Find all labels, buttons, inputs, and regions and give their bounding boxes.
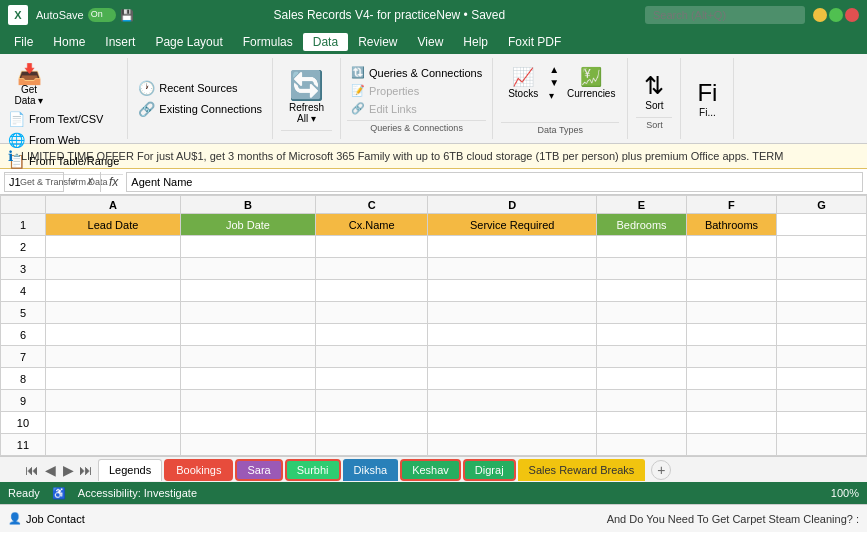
cell-F4[interactable]	[687, 280, 777, 302]
from-web-button[interactable]: 🌐 From Web	[4, 130, 123, 150]
menu-review[interactable]: Review	[348, 33, 407, 51]
cell-B2[interactable]	[180, 236, 315, 258]
cell-A6[interactable]	[45, 324, 180, 346]
col-header-F[interactable]: F	[687, 196, 777, 214]
cell-B10[interactable]	[180, 412, 315, 434]
tab-diksha[interactable]: Diksha	[343, 459, 399, 481]
currencies-button[interactable]: 💹 Currencies	[563, 62, 619, 103]
cell-E2[interactable]	[597, 236, 687, 258]
cell-D6[interactable]	[428, 324, 597, 346]
cell-reference[interactable]: J1	[4, 172, 64, 192]
formula-input[interactable]: Agent Name	[126, 172, 863, 192]
cell-A11[interactable]	[45, 434, 180, 456]
col-header-C[interactable]: C	[315, 196, 427, 214]
col-header-D[interactable]: D	[428, 196, 597, 214]
cell-F6[interactable]	[687, 324, 777, 346]
sort-button[interactable]: ⇅ Sort	[636, 68, 672, 115]
cell-D1[interactable]: Service Required	[428, 214, 597, 236]
cell-D11[interactable]	[428, 434, 597, 456]
cell-D3[interactable]	[428, 258, 597, 280]
cell-D2[interactable]	[428, 236, 597, 258]
cell-G7[interactable]	[776, 346, 866, 368]
cell-E5[interactable]	[597, 302, 687, 324]
tab-nav-prev[interactable]: ◀	[42, 462, 58, 478]
tab-sara[interactable]: Sara	[235, 459, 282, 481]
stocks-button[interactable]: 📈 Stocks	[501, 62, 545, 103]
cell-F7[interactable]	[687, 346, 777, 368]
cell-B7[interactable]	[180, 346, 315, 368]
tab-sales-reward[interactable]: Sales Reward Breaks	[518, 459, 646, 481]
cell-G11[interactable]	[776, 434, 866, 456]
cell-E1[interactable]: Bedrooms	[597, 214, 687, 236]
maximize-button[interactable]	[829, 8, 843, 22]
cell-D10[interactable]	[428, 412, 597, 434]
cell-C1[interactable]: Cx.Name	[315, 214, 427, 236]
menu-foxit-pdf[interactable]: Foxit PDF	[498, 33, 571, 51]
tab-nav-next[interactable]: ▶	[60, 462, 76, 478]
queries-connections-button[interactable]: 🔃 Queries & Connections	[347, 64, 486, 81]
cell-D5[interactable]	[428, 302, 597, 324]
cell-E8[interactable]	[597, 368, 687, 390]
from-text-csv-button[interactable]: 📄 From Text/CSV	[4, 109, 123, 129]
scroll-up-icon[interactable]: ▲	[549, 64, 559, 75]
cell-E3[interactable]	[597, 258, 687, 280]
cell-E11[interactable]	[597, 434, 687, 456]
cell-G5[interactable]	[776, 302, 866, 324]
cell-G10[interactable]	[776, 412, 866, 434]
cross-icon[interactable]: ✗	[84, 176, 96, 187]
cell-G3[interactable]	[776, 258, 866, 280]
cell-G6[interactable]	[776, 324, 866, 346]
cell-A5[interactable]	[45, 302, 180, 324]
accessibility-label[interactable]: Accessibility: Investigate	[78, 487, 197, 499]
tab-bookings[interactable]: Bookings	[164, 459, 233, 481]
tab-digraj[interactable]: Digraj	[463, 459, 516, 481]
cell-A9[interactable]	[45, 390, 180, 412]
search-input[interactable]	[645, 6, 805, 24]
minimize-button[interactable]	[813, 8, 827, 22]
tab-nav-first[interactable]: ⏮	[24, 462, 40, 478]
cell-F10[interactable]	[687, 412, 777, 434]
cell-B8[interactable]	[180, 368, 315, 390]
cell-F3[interactable]	[687, 258, 777, 280]
cell-G9[interactable]	[776, 390, 866, 412]
check-icon[interactable]: ✓	[68, 176, 80, 187]
tab-nav-last[interactable]: ⏭	[78, 462, 94, 478]
cell-F8[interactable]	[687, 368, 777, 390]
cell-F11[interactable]	[687, 434, 777, 456]
cell-C8[interactable]	[315, 368, 427, 390]
col-header-B[interactable]: B	[180, 196, 315, 214]
cell-A2[interactable]	[45, 236, 180, 258]
fx-button[interactable]: fx	[105, 175, 122, 189]
menu-file[interactable]: File	[4, 33, 43, 51]
close-button[interactable]	[845, 8, 859, 22]
cell-F5[interactable]	[687, 302, 777, 324]
cell-C6[interactable]	[315, 324, 427, 346]
cell-G2[interactable]	[776, 236, 866, 258]
col-header-A[interactable]: A	[45, 196, 180, 214]
cell-A3[interactable]	[45, 258, 180, 280]
cell-E9[interactable]	[597, 390, 687, 412]
cell-B3[interactable]	[180, 258, 315, 280]
cell-D9[interactable]	[428, 390, 597, 412]
cell-C5[interactable]	[315, 302, 427, 324]
cell-D4[interactable]	[428, 280, 597, 302]
col-header-E[interactable]: E	[597, 196, 687, 214]
col-header-G[interactable]: G	[776, 196, 866, 214]
cell-A10[interactable]	[45, 412, 180, 434]
cell-C11[interactable]	[315, 434, 427, 456]
cell-A8[interactable]	[45, 368, 180, 390]
cell-B4[interactable]	[180, 280, 315, 302]
autosave-toggle[interactable]	[88, 8, 116, 22]
cell-D7[interactable]	[428, 346, 597, 368]
cell-D8[interactable]	[428, 368, 597, 390]
cell-B11[interactable]	[180, 434, 315, 456]
cell-G4[interactable]	[776, 280, 866, 302]
cell-A4[interactable]	[45, 280, 180, 302]
cell-G8[interactable]	[776, 368, 866, 390]
menu-insert[interactable]: Insert	[95, 33, 145, 51]
menu-view[interactable]: View	[408, 33, 454, 51]
scroll-more-icon[interactable]: ▾	[549, 90, 559, 101]
cell-A1[interactable]: Lead Date	[45, 214, 180, 236]
cell-C9[interactable]	[315, 390, 427, 412]
menu-page-layout[interactable]: Page Layout	[145, 33, 232, 51]
